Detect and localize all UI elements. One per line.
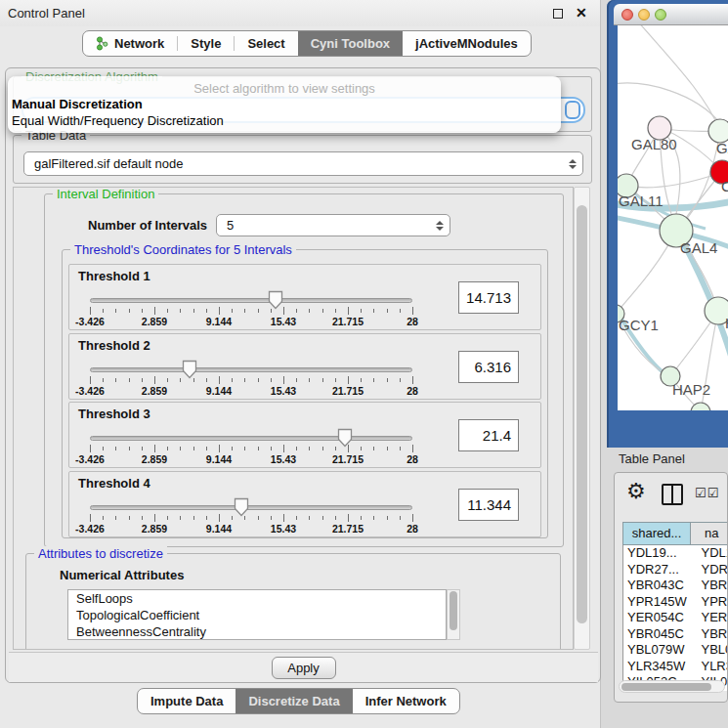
table-row[interactable]: YBR043CYBR0 (623, 578, 728, 594)
threshold-value-box[interactable]: 21.4 (458, 419, 519, 451)
list-vertical-scrollbar[interactable] (447, 589, 460, 640)
apply-button[interactable]: Apply (272, 657, 336, 679)
close-icon[interactable]: ✕ (576, 5, 587, 21)
scrollbar-thumb[interactable] (577, 205, 587, 623)
tab-network[interactable]: Network (83, 31, 177, 56)
threshold-panels: Threshold 1-3.4262.8599.14415.4321.71528… (63, 250, 547, 537)
tick-label: 28 (407, 385, 418, 397)
bottom-tab-bar: Impute Data Discretize Data Infer Networ… (137, 688, 460, 714)
node-label: GAL80 (631, 136, 677, 152)
tab-infer-network-label: Infer Network (365, 694, 447, 708)
table-row[interactable]: YBR045CYBR0 (623, 626, 728, 643)
cell-name[interactable]: YLR3 (691, 659, 728, 675)
table-row[interactable]: YDL19...YDL1 (623, 545, 728, 562)
network-window-titlebar[interactable] (614, 4, 728, 25)
tick-label: 2.859 (142, 453, 167, 465)
threshold-value-box[interactable]: 14.713 (458, 281, 519, 314)
gear-icon[interactable]: ⚙ (626, 479, 646, 504)
cell-shared-name[interactable]: YBR043C (623, 578, 691, 594)
tab-discretize-data[interactable]: Discretize Data (236, 689, 352, 713)
table-row[interactable]: YBL079WYBL0 (623, 642, 728, 659)
attribute-list-item[interactable]: TopologicalCoefficient (68, 607, 446, 623)
cell-name[interactable]: YDL1 (691, 545, 728, 562)
tick-label: -3.426 (75, 453, 105, 465)
tick-label: 21.715 (332, 523, 364, 535)
tab-impute-data[interactable]: Impute Data (138, 689, 236, 713)
zoom-light-icon[interactable] (655, 9, 666, 21)
cell-name[interactable]: YER0 (691, 610, 728, 626)
slider-track[interactable] (90, 367, 412, 372)
tab-infer-network[interactable]: Infer Network (353, 689, 459, 713)
threshold-value-box[interactable]: 11.344 (458, 489, 519, 521)
close-light-icon[interactable] (621, 9, 633, 21)
column-header-shared-name[interactable]: shared... (622, 522, 691, 545)
control-panel-titlebar: Control Panel ✕ (0, 0, 600, 26)
cell-name[interactable]: YBL0 (691, 642, 728, 659)
scrollbar-thumb[interactable] (621, 683, 711, 691)
cell-name[interactable]: YPR1 (691, 594, 728, 611)
number-of-intervals-combobox[interactable]: 5 (216, 214, 450, 236)
table-horizontal-scrollbar[interactable] (619, 680, 725, 693)
slider-tick-labels: -3.4262.8599.14415.4321.71528 (90, 316, 412, 327)
tab-cyni-toolbox[interactable]: Cyni Toolbox (298, 31, 403, 56)
table-header-row: shared... na (622, 522, 728, 545)
threshold-panel: Threshold 3-3.4262.8599.14415.4321.71528… (68, 402, 541, 468)
node-label: GAL4 (680, 239, 717, 256)
attribute-list-item[interactable]: SelfLoops (68, 590, 446, 607)
network-canvas[interactable]: GAL80GACGAL11GAL4GCY1HHAP2 (618, 25, 728, 410)
tab-cyni-toolbox-label: Cyni Toolbox (311, 36, 390, 51)
cell-shared-name[interactable]: YBR045C (623, 626, 691, 643)
threshold-label: Threshold 3 (78, 407, 150, 421)
numerical-attributes-label: Numerical Attributes (60, 568, 184, 582)
numerical-attributes-list[interactable]: SelfLoopsTopologicalCoefficientBetweenne… (67, 589, 447, 640)
cell-shared-name[interactable]: YDL19... (623, 545, 691, 562)
threshold-panel: Threshold 4-3.4262.8599.14415.4321.71528… (68, 471, 541, 537)
threshold-value-box[interactable]: 6.316 (458, 351, 519, 383)
tick-label: 28 (407, 316, 418, 327)
tick-label: 15.43 (271, 523, 296, 535)
tab-discretize-data-label: Discretize Data (248, 694, 339, 708)
table-data-combobox[interactable]: galFiltered.sif default node (23, 151, 583, 176)
cell-shared-name[interactable]: YDR27... (623, 562, 691, 578)
network-view-window[interactable]: GAL80GACGAL11GAL4GCY1HHAP2 (607, 0, 728, 448)
minimize-light-icon[interactable] (638, 9, 650, 21)
dropdown-option-manual-discretization[interactable]: Manual Discretization (12, 97, 143, 111)
cell-shared-name[interactable]: YLR345W (623, 659, 691, 675)
cell-shared-name[interactable]: YPR145W (623, 594, 691, 611)
threshold-panel: Threshold 1-3.4262.8599.14415.4321.71528… (68, 264, 541, 330)
cell-name[interactable]: YDR2 (691, 562, 728, 578)
slider-track[interactable] (90, 505, 412, 510)
column-header-name[interactable]: na (691, 522, 728, 545)
node-label: HAP2 (672, 381, 710, 398)
table-row[interactable]: YER054CYER0 (623, 610, 728, 626)
network-graph: GAL80GACGAL11GAL4GCY1HHAP2 (618, 25, 728, 410)
slider-track[interactable] (90, 298, 412, 303)
slider-track[interactable] (90, 436, 412, 441)
tick-label: -3.426 (75, 523, 105, 535)
main-vertical-scrollbar[interactable] (574, 187, 590, 650)
tab-jactivemnodules[interactable]: jActiveMNodules (403, 31, 531, 56)
table-row[interactable]: YLR345WYLR3 (623, 659, 728, 675)
columns-icon[interactable] (662, 484, 683, 505)
tick-label: 21.715 (332, 385, 364, 397)
tab-style[interactable]: Style (178, 31, 234, 56)
cell-name[interactable]: YBR0 (691, 626, 728, 643)
algorithm-dropdown-popup: Select algorithm to view settings Manual… (8, 76, 561, 133)
cell-shared-name[interactable]: YBL079W (623, 642, 691, 659)
node-label: GCY1 (619, 317, 659, 333)
table-row[interactable]: YPR145WYPR1 (623, 594, 728, 611)
tab-select[interactable]: Select (235, 31, 297, 56)
attribute-list-item[interactable]: BetweennessCentrality (68, 623, 446, 640)
tick-label: 2.859 (142, 316, 167, 327)
interval-definition-group: Interval Definition Number of Intervals … (44, 193, 564, 547)
dropdown-option-equal-width-frequency[interactable]: Equal Width/Frequency Discretization (12, 113, 224, 128)
combo-spinner-icon[interactable] (565, 101, 580, 119)
cell-name[interactable]: YBR0 (691, 578, 728, 594)
table-row[interactable]: YDR27...YDR2 (623, 562, 728, 578)
scrollbar-thumb[interactable] (450, 591, 457, 630)
float-icon[interactable] (553, 9, 563, 19)
group-title: Interval Definition (53, 187, 158, 201)
cell-shared-name[interactable]: YER054C (623, 610, 691, 626)
slider-ticks (90, 445, 412, 453)
checkbox-icons[interactable]: ☑☑ (695, 486, 719, 500)
